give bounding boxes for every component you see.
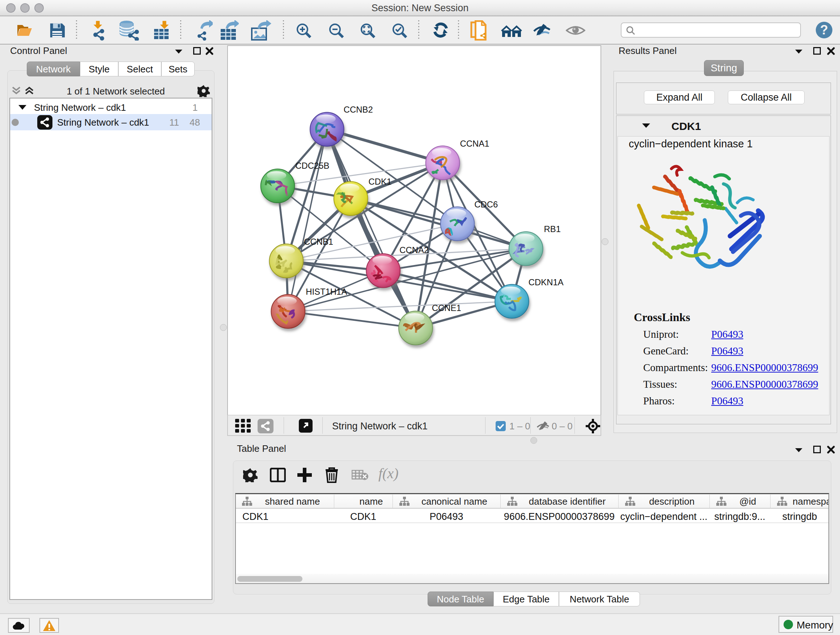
svg-text:CCNB1: CCNB1 xyxy=(304,237,333,247)
svg-text:CDC25B: CDC25B xyxy=(295,161,329,171)
svg-text:CDK1: CDK1 xyxy=(368,177,392,187)
svg-text:CCNB2: CCNB2 xyxy=(344,105,373,114)
svg-text:CCNA1: CCNA1 xyxy=(460,139,489,149)
svg-text:RB1: RB1 xyxy=(544,224,561,234)
svg-text:CDKN1A: CDKN1A xyxy=(529,277,564,287)
svg-text:CCNE1: CCNE1 xyxy=(432,303,461,313)
svg-text:HIST1H1A: HIST1H1A xyxy=(306,287,347,296)
svg-text:CDC6: CDC6 xyxy=(474,200,498,209)
svg-text:CCNA2: CCNA2 xyxy=(399,245,429,255)
